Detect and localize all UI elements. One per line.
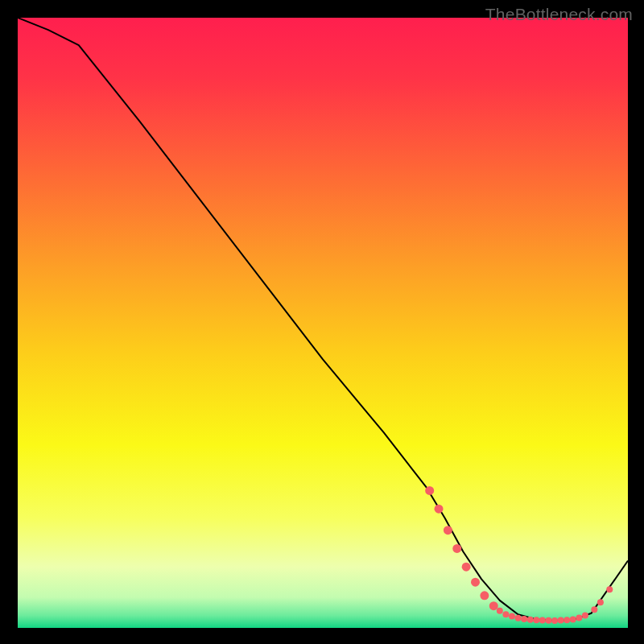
marker-point: [545, 617, 551, 624]
marker-point: [515, 615, 522, 621]
chart-svg: [18, 18, 628, 628]
marker-point: [533, 617, 539, 623]
marker-point: [551, 617, 558, 624]
marker-point: [564, 617, 570, 623]
marker-point: [509, 613, 515, 620]
plot-area: [18, 18, 628, 628]
marker-point: [471, 578, 480, 587]
marker-point: [570, 616, 576, 622]
watermark-text: TheBottleneck.com: [485, 5, 633, 24]
marker-point: [489, 601, 498, 610]
marker-point: [576, 614, 582, 621]
marker-point: [480, 591, 489, 600]
marker-point: [435, 505, 444, 514]
chart-frame: TheBottleneck.com: [0, 0, 644, 644]
marker-point: [502, 611, 509, 617]
marker-point: [452, 544, 461, 553]
marker-point: [558, 617, 564, 624]
marker-point: [444, 526, 452, 535]
marker-point: [539, 617, 546, 624]
marker-point: [462, 563, 471, 572]
marker-point: [521, 616, 527, 622]
marker-point: [591, 606, 597, 613]
marker-point: [497, 608, 503, 614]
marker-point: [597, 599, 604, 605]
gradient-background: [18, 18, 628, 628]
marker-point: [582, 612, 588, 618]
marker-point: [606, 586, 613, 592]
marker-point: [527, 617, 534, 623]
marker-point: [425, 486, 434, 495]
